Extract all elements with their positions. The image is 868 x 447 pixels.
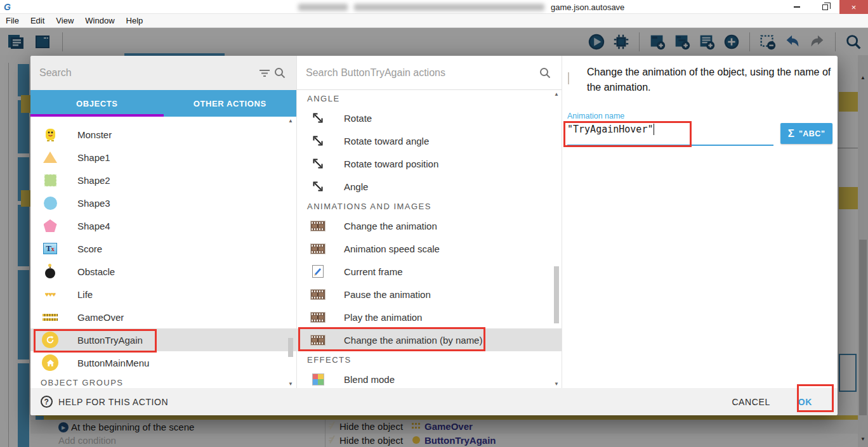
rotate-icon [310, 134, 326, 148]
list-item-shape3[interactable]: Shape3 [30, 191, 296, 214]
expression-editor-button[interactable]: Σ "ABC" [780, 123, 832, 144]
pentagon-icon [42, 219, 58, 232]
close-button[interactable]: × [839, 0, 868, 14]
list-item-buttonmainmenu[interactable]: ButtonMainMenu [30, 351, 296, 374]
cancel-button[interactable]: CANCEL [732, 397, 770, 407]
scroll-down-icon[interactable]: ▼ [553, 381, 560, 387]
film-icon [310, 335, 326, 346]
action-item-label: Blend mode [344, 374, 395, 385]
objects-search-input[interactable] [39, 67, 257, 79]
monster-icon [42, 128, 58, 141]
list-item-shape4[interactable]: Shape4 [30, 214, 296, 237]
menu-help[interactable]: Help [121, 14, 149, 28]
action-item-change-animation-by-name[interactable]: Change the animation (by name) [297, 328, 562, 351]
minimize-icon [794, 6, 800, 8]
tab-other-actions[interactable]: OTHER ACTIONS [164, 90, 297, 117]
action-item-label: Change the animation [344, 221, 437, 231]
objects-search-bar [30, 56, 296, 90]
action-item-change-animation[interactable]: Change the animation [297, 214, 562, 237]
menu-view[interactable]: View [50, 14, 79, 28]
list-item-buttontryagain[interactable]: ButtonTryAgain [30, 328, 296, 351]
ok-button[interactable]: OK [798, 397, 812, 407]
film-icon [310, 221, 326, 231]
objects-panel: OBJECTS OTHER ACTIONS Monster Shape1 Sha… [30, 56, 296, 388]
list-item-score[interactable]: Tx Score [30, 237, 296, 260]
actions-search-input[interactable] [306, 67, 537, 79]
list-item-obstacle[interactable]: Obstacle [30, 260, 296, 283]
sigma-icon: Σ [788, 127, 794, 140]
help-for-this-action-button[interactable]: ? HELP FOR THIS ACTION [41, 396, 168, 408]
action-item-label: Change the animation (by name) [344, 335, 482, 346]
menu-edit[interactable]: Edit [25, 14, 50, 28]
scrollbar-thumb[interactable] [554, 266, 559, 323]
action-item-pause-animation[interactable]: Pause the animation [297, 283, 562, 306]
text-object-icon: Tx [42, 243, 58, 254]
retry-button-icon [42, 332, 58, 348]
action-item-current-frame[interactable]: Current frame [297, 260, 562, 283]
animation-name-field[interactable]: "TryAgainHover" [567, 124, 654, 135]
list-item-label: ButtonTryAgain [77, 335, 143, 346]
section-header-angle: ANGLE [297, 90, 562, 107]
action-item-label: Current frame [344, 266, 403, 277]
actions-list: ANGLE Rotate Rotate toward angle Rotate … [297, 90, 562, 388]
action-item-label: Rotate [344, 113, 372, 124]
action-item-rotate-toward-angle[interactable]: Rotate toward angle [297, 129, 562, 152]
action-item-play-animation[interactable]: Play the animation [297, 306, 562, 328]
home-button-icon [42, 354, 58, 371]
section-header-effects: EFFECTS [297, 351, 562, 368]
list-item-label: ButtonMainMenu [77, 358, 149, 368]
scroll-up-icon[interactable]: ▲ [553, 91, 560, 97]
action-item-angle[interactable]: Angle [297, 175, 562, 198]
hearts-icon: ♥♥♥ [42, 290, 58, 298]
section-header-animations: ANIMATIONS AND IMAGES [297, 198, 562, 214]
action-item-animation-speed-scale[interactable]: Animation speed scale [297, 237, 562, 260]
list-item-gameover[interactable]: GameOver [30, 306, 296, 328]
action-item-label: Rotate toward position [344, 159, 438, 169]
action-item-label: Pause the animation [344, 289, 431, 300]
list-item-monster[interactable]: Monster [30, 123, 296, 146]
actions-panel: ANGLE Rotate Rotate toward angle Rotate … [296, 56, 562, 388]
gdevelop-logo-icon: G [4, 2, 14, 12]
restore-icon [822, 4, 828, 10]
action-item-rotate[interactable]: Rotate [297, 107, 562, 129]
parameters-panel: Change the animation of the object, usin… [562, 56, 838, 388]
actions-scrollbar[interactable]: ▲ ▼ [553, 90, 560, 388]
scrollbar-thumb[interactable] [288, 338, 293, 357]
redacted-title-segment [298, 4, 348, 11]
bomb-icon [42, 265, 58, 278]
square-icon [42, 174, 58, 186]
restore-button[interactable] [811, 0, 839, 14]
objects-scrollbar[interactable]: ▲ ▼ [287, 117, 294, 388]
list-item-shape1[interactable]: Shape1 [30, 146, 296, 169]
menu-window[interactable]: Window [79, 14, 120, 28]
tab-objects[interactable]: OBJECTS [30, 90, 164, 117]
scroll-down-icon[interactable]: ▼ [287, 381, 294, 387]
window-title: game.json.autosave [298, 0, 624, 14]
action-item-rotate-toward-position[interactable]: Rotate toward position [297, 152, 562, 175]
title-bar: G game.json.autosave × [0, 0, 868, 14]
circle-icon [42, 197, 58, 210]
filter-icon[interactable] [257, 65, 272, 81]
action-item-label: Play the animation [344, 312, 422, 323]
dialog-footer: ? HELP FOR THIS ACTION CANCEL OK [30, 388, 838, 415]
blend-mode-icon [310, 373, 326, 385]
objects-tabs: OBJECTS OTHER ACTIONS [30, 90, 296, 117]
frame-icon [310, 265, 326, 278]
list-item-label: Life [77, 289, 93, 300]
help-icon: ? [41, 396, 53, 408]
film-icon [310, 289, 326, 300]
objects-list: Monster Shape1 Shape2 Shape3 Shape4 Tx [30, 117, 296, 388]
list-item-life[interactable]: ♥♥♥ Life [30, 283, 296, 306]
triangle-icon [42, 152, 58, 163]
film-icon [568, 72, 569, 84]
list-item-shape2[interactable]: Shape2 [30, 169, 296, 191]
menu-file[interactable]: File [0, 14, 25, 28]
object-groups-header: OBJECT GROUPS [30, 374, 296, 388]
scroll-up-icon[interactable]: ▲ [287, 118, 294, 124]
search-icon[interactable] [272, 65, 287, 81]
text-caret [654, 124, 654, 135]
minimize-button[interactable] [782, 0, 811, 14]
action-item-blend-mode[interactable]: Blend mode [297, 368, 562, 388]
animation-name-label: Animation name [567, 112, 624, 120]
search-icon[interactable] [537, 65, 553, 81]
